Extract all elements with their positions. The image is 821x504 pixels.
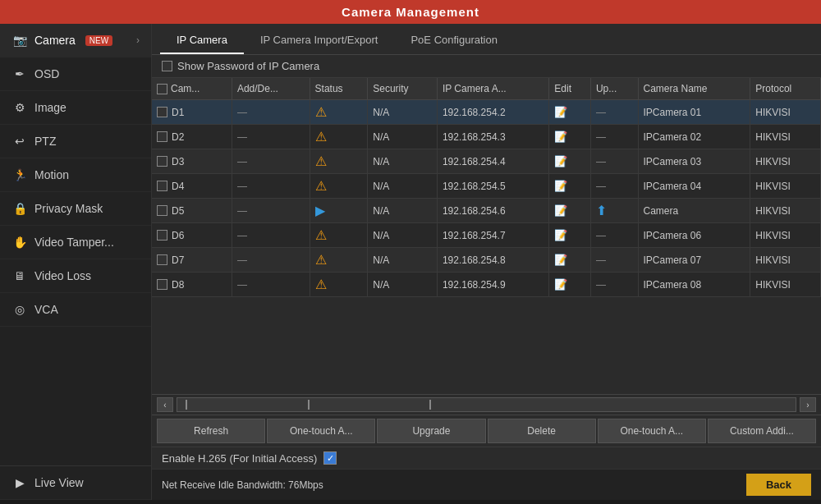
cell-edit[interactable]: 📝: [549, 174, 591, 199]
refresh-button[interactable]: Refresh: [157, 419, 265, 443]
scroll-left-btn[interactable]: ‹: [157, 397, 173, 412]
warning-icon: ⚠: [315, 154, 327, 168]
cell-ip: 192.168.254.5: [437, 174, 548, 199]
sidebar-item-camera[interactable]: 📷 Camera NEW ›: [0, 24, 151, 57]
edit-icon[interactable]: 📝: [554, 204, 567, 217]
cell-protocol: HIKVISI: [750, 199, 821, 223]
col-up: Up...: [590, 78, 638, 100]
cell-edit[interactable]: 📝: [549, 125, 591, 149]
tab-ip-camera-import-export[interactable]: IP Camera Import/Export: [244, 27, 395, 54]
edit-icon[interactable]: 📝: [554, 155, 567, 167]
sidebar-item-vca[interactable]: ◎ VCA: [0, 293, 151, 327]
sidebar-image-label: Image: [34, 101, 67, 114]
table-row: D8—⚠N/A192.168.254.9📝—IPCamera 08HIKVISI: [152, 273, 821, 297]
main-content: IP Camera IP Camera Import/Export PoE Co…: [152, 24, 821, 500]
edit-icon[interactable]: 📝: [554, 131, 567, 143]
motion-icon: 🏃: [11, 167, 28, 183]
cell-edit[interactable]: 📝: [549, 199, 591, 223]
scroll-right-btn[interactable]: ›: [800, 397, 816, 412]
sidebar-camera-label: Camera: [34, 34, 76, 47]
sidebar-item-motion[interactable]: 🏃 Motion: [0, 158, 151, 192]
header-checkbox[interactable]: [157, 84, 167, 94]
cell-security: N/A: [368, 223, 438, 248]
cell-status: ⚠: [310, 273, 368, 297]
cell-ip: 192.168.254.6: [437, 199, 548, 223]
cell-edit[interactable]: 📝: [549, 273, 591, 297]
cell-camera-name: IPCamera 02: [638, 125, 750, 149]
cell-add-de: —: [232, 248, 310, 273]
scroll-track[interactable]: [177, 397, 796, 412]
row-checkbox[interactable]: [157, 279, 167, 290]
sidebar-item-privacy-mask[interactable]: 🔒 Privacy Mask: [0, 192, 151, 226]
sidebar-item-osd[interactable]: ✒ OSD: [0, 57, 151, 91]
row-checkbox[interactable]: [157, 131, 167, 142]
row-checkbox[interactable]: [157, 230, 167, 241]
cell-camera-name: IPCamera 03: [638, 149, 750, 174]
row-checkbox[interactable]: [157, 156, 167, 167]
edit-icon[interactable]: 📝: [554, 229, 567, 241]
cell-status: ⚠: [310, 248, 368, 273]
delete-button[interactable]: Delete: [488, 419, 596, 443]
cell-up: —: [590, 125, 638, 149]
row-checkbox[interactable]: [157, 181, 167, 191]
sidebar-item-ptz[interactable]: ↩ PTZ: [0, 125, 151, 158]
sidebar-item-video-tamper[interactable]: ✋ Video Tamper...: [0, 226, 151, 259]
bottom-buttons: Refresh One-touch A... Upgrade Delete On…: [152, 415, 821, 447]
sidebar-item-image[interactable]: ⚙ Image: [0, 91, 151, 125]
show-password-checkbox[interactable]: [162, 61, 172, 71]
tab-ip-camera[interactable]: IP Camera: [160, 27, 244, 54]
video-tamper-icon: ✋: [11, 234, 28, 250]
cell-edit[interactable]: 📝: [549, 223, 591, 248]
one-touch-a-button-1[interactable]: One-touch A...: [267, 419, 375, 443]
cell-ip: 192.168.254.7: [437, 223, 548, 248]
cell-status: ⚠: [310, 174, 368, 199]
edit-icon[interactable]: 📝: [554, 180, 567, 192]
cell-camera-name: IPCamera 08: [638, 273, 750, 297]
cell-protocol: HIKVISI: [750, 174, 821, 199]
sidebar-video-loss-label: Video Loss: [34, 269, 91, 282]
cell-up: —: [590, 174, 638, 199]
edit-icon[interactable]: 📝: [554, 278, 567, 291]
cell-security: N/A: [368, 248, 438, 273]
sidebar-video-tamper-label: Video Tamper...: [34, 236, 114, 249]
cell-edit[interactable]: 📝: [549, 149, 591, 174]
sidebar-live-view-label: Live View: [34, 476, 84, 489]
tab-poe-configuration[interactable]: PoE Configuration: [394, 27, 514, 54]
ptz-icon: ↩: [11, 133, 28, 149]
h265-checkbox[interactable]: ✓: [323, 451, 337, 465]
cell-add-de: —: [232, 199, 310, 223]
sidebar-osd-label: OSD: [34, 67, 59, 80]
row-checkbox[interactable]: [157, 254, 167, 265]
sidebar-vca-label: VCA: [34, 303, 58, 316]
edit-icon[interactable]: 📝: [554, 254, 567, 266]
sidebar-item-video-loss[interactable]: 🖥 Video Loss: [0, 259, 151, 293]
app-title: Camera Management: [342, 5, 479, 19]
col-security: Security: [368, 78, 438, 100]
one-touch-a-button-2[interactable]: One-touch A...: [598, 419, 706, 443]
cell-up: ⬆: [590, 199, 638, 223]
col-status: Status: [310, 78, 368, 100]
table-row: D5—▶N/A192.168.254.6📝⬆CameraHIKVISI: [152, 199, 821, 223]
table-row: D3—⚠N/A192.168.254.4📝—IPCamera 03HIKVISI: [152, 149, 821, 174]
row-checkbox[interactable]: [157, 107, 167, 117]
upgrade-button[interactable]: Upgrade: [377, 419, 485, 443]
warning-icon: ⚠: [315, 179, 327, 193]
cell-security: N/A: [368, 125, 438, 149]
sidebar-item-live-view[interactable]: ▶ Live View: [0, 466, 151, 500]
sidebar: 📷 Camera NEW › ✒ OSD ⚙ Image ↩ PTZ 🏃 Mot…: [0, 24, 152, 500]
cell-camera-name: IPCamera 06: [638, 223, 750, 248]
row-checkbox[interactable]: [157, 205, 167, 216]
cell-edit[interactable]: 📝: [549, 248, 591, 273]
scroll-marker-2: [308, 400, 310, 410]
cell-edit[interactable]: 📝: [549, 100, 591, 125]
live-view-icon: ▶: [11, 474, 28, 491]
cell-camera-name: IPCamera 04: [638, 174, 750, 199]
custom-addi-button[interactable]: Custom Addi...: [708, 419, 816, 443]
cell-status: ⚠: [310, 100, 368, 125]
col-add-de: Add/De...: [232, 78, 310, 100]
cell-protocol: HIKVISI: [750, 149, 821, 174]
cell-up: —: [590, 273, 638, 297]
back-button[interactable]: Back: [746, 474, 811, 496]
edit-icon[interactable]: 📝: [554, 106, 567, 118]
cell-cam: D7: [152, 248, 232, 273]
